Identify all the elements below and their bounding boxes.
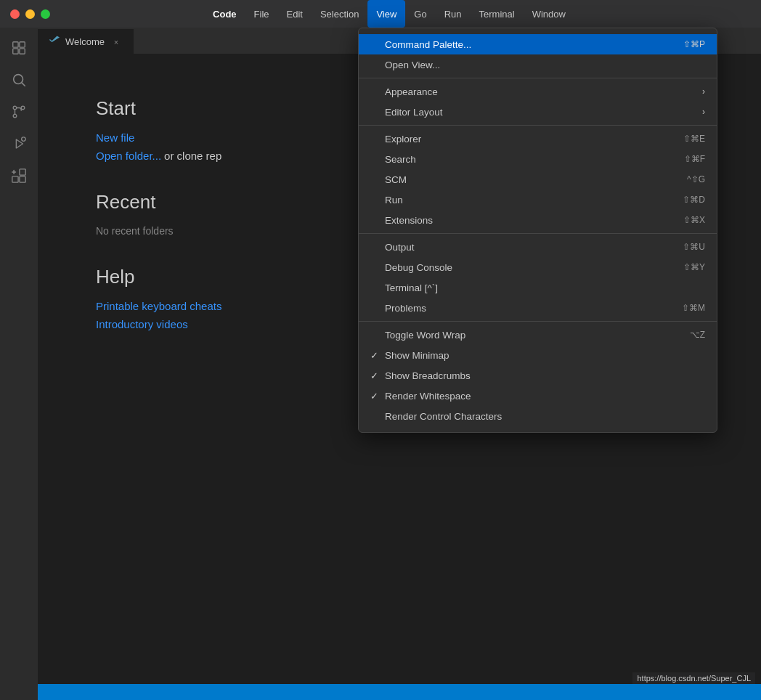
render-control-chars-label: Render Control Characters <box>385 411 693 422</box>
titlebar: Code File Edit Selection View Go Run Ter… <box>0 0 761 28</box>
show-breadcrumbs-item[interactable]: ✓ Show Breadcrumbs <box>359 365 717 386</box>
render-whitespace-check-icon: ✓ <box>370 391 385 402</box>
scm-label: SCM <box>385 174 675 185</box>
debug-console-item[interactable]: Debug Console ⇧⌘Y <box>359 257 717 277</box>
command-palette-label: Command Palette... <box>385 39 672 50</box>
render-whitespace-item[interactable]: ✓ Render Whitespace <box>359 386 717 406</box>
render-control-chars-item[interactable]: Render Control Characters <box>359 406 717 426</box>
problems-label: Problems <box>385 303 670 314</box>
problems-shortcut: ⇧⌘M <box>682 303 705 313</box>
toggle-word-wrap-label: Toggle Word Wrap <box>385 330 678 341</box>
search-activity-icon[interactable] <box>4 65 33 94</box>
svg-rect-0 <box>13 42 18 47</box>
svg-rect-3 <box>20 49 25 54</box>
view-menu-dropdown: Command Palette... ⇧⌘P Open View... Appe… <box>358 28 717 433</box>
menu-code[interactable]: Code <box>204 0 245 28</box>
output-item[interactable]: Output ⇧⌘U <box>359 237 717 257</box>
appearance-arrow-icon: › <box>702 86 705 97</box>
run-debug-activity-icon[interactable] <box>4 129 33 158</box>
search-label: Search <box>385 154 672 165</box>
debug-console-shortcut: ⇧⌘Y <box>683 262 705 272</box>
run-label: Run <box>385 195 671 205</box>
editor-layout-item[interactable]: Editor Layout › <box>359 102 717 122</box>
output-shortcut: ⇧⌘U <box>683 242 705 252</box>
maximize-button[interactable] <box>41 9 50 19</box>
editor-layout-label: Editor Layout <box>385 107 696 118</box>
show-minimap-check-icon: ✓ <box>370 350 385 361</box>
explorer-label: Explorer <box>385 134 672 145</box>
menu-terminal[interactable]: Terminal <box>471 0 524 28</box>
open-view-item[interactable]: Open View... <box>359 54 717 75</box>
toggle-word-wrap-item[interactable]: Toggle Word Wrap ⌥Z <box>359 325 717 345</box>
menu-bar: Code File Edit Selection View Go Run Ter… <box>187 0 574 28</box>
menu-apple[interactable] <box>187 0 204 28</box>
show-breadcrumbs-check-icon: ✓ <box>370 370 385 381</box>
menu-section-2: Appearance › Editor Layout › <box>359 78 717 126</box>
open-folder-suffix: or clone rep <box>164 150 221 162</box>
svg-point-9 <box>22 137 25 142</box>
render-whitespace-label: Render Whitespace <box>385 391 693 402</box>
show-minimap-item[interactable]: ✓ Show Minimap <box>359 345 717 365</box>
output-label: Output <box>385 242 671 253</box>
menu-run[interactable]: Run <box>436 0 471 28</box>
explorer-activity-icon[interactable] <box>4 33 33 62</box>
svg-rect-12 <box>20 169 25 175</box>
svg-point-7 <box>21 106 25 110</box>
menu-section-3: Explorer ⇧⌘E Search ⇧⌘F SCM ^⇧G Run ⇧⌘D … <box>359 126 717 234</box>
menu-go[interactable]: Go <box>405 0 435 28</box>
open-view-label: Open View... <box>385 60 693 70</box>
debug-console-label: Debug Console <box>385 262 672 273</box>
svg-rect-10 <box>12 176 18 182</box>
run-item[interactable]: Run ⇧⌘D <box>359 190 717 210</box>
extensions-item[interactable]: Extensions ⇧⌘X <box>359 210 717 230</box>
appearance-label: Appearance <box>385 86 696 97</box>
terminal-label: Terminal [^`] <box>385 282 693 293</box>
activity-bar <box>0 28 38 700</box>
traffic-lights <box>0 9 50 19</box>
svg-line-5 <box>22 83 25 86</box>
extensions-activity-icon[interactable] <box>4 161 33 190</box>
svg-rect-1 <box>20 42 25 47</box>
search-item[interactable]: Search ⇧⌘F <box>359 149 717 169</box>
scm-item[interactable]: SCM ^⇧G <box>359 169 717 190</box>
explorer-shortcut: ⇧⌘E <box>683 134 705 144</box>
svg-rect-11 <box>20 176 25 182</box>
menu-section-4: Output ⇧⌘U Debug Console ⇧⌘Y Terminal [^… <box>359 234 717 322</box>
appearance-item[interactable]: Appearance › <box>359 81 717 102</box>
tab-vscode-icon <box>49 36 60 48</box>
extensions-shortcut: ⇧⌘X <box>683 215 705 225</box>
terminal-item[interactable]: Terminal [^`] <box>359 277 717 298</box>
toggle-word-wrap-shortcut: ⌥Z <box>690 330 705 340</box>
open-folder-link[interactable]: Open folder... <box>96 150 161 162</box>
command-palette-shortcut: ⇧⌘P <box>683 39 705 49</box>
menu-edit[interactable]: Edit <box>278 0 312 28</box>
menu-section-5: Toggle Word Wrap ⌥Z ✓ Show Minimap ✓ Sho… <box>359 322 717 429</box>
scm-shortcut: ^⇧G <box>687 174 705 184</box>
search-shortcut: ⇧⌘F <box>684 154 705 164</box>
show-minimap-label: Show Minimap <box>385 350 693 361</box>
source-control-activity-icon[interactable] <box>4 97 33 126</box>
menu-view[interactable]: View <box>367 0 405 28</box>
tab-label: Welcome <box>65 36 105 47</box>
extensions-label: Extensions <box>385 215 672 226</box>
command-palette-item[interactable]: Command Palette... ⇧⌘P <box>359 34 717 54</box>
tab-close-button[interactable]: × <box>110 36 122 48</box>
editor-layout-arrow-icon: › <box>702 107 705 117</box>
show-breadcrumbs-label: Show Breadcrumbs <box>385 370 693 381</box>
explorer-item[interactable]: Explorer ⇧⌘E <box>359 129 717 149</box>
menu-section-1: Command Palette... ⇧⌘P Open View... <box>359 31 717 78</box>
svg-rect-2 <box>13 49 18 54</box>
run-shortcut: ⇧⌘D <box>683 195 705 205</box>
menu-selection[interactable]: Selection <box>312 0 367 28</box>
minimize-button[interactable] <box>25 9 35 19</box>
menu-file[interactable]: File <box>245 0 278 28</box>
menu-window[interactable]: Window <box>524 0 574 28</box>
welcome-tab[interactable]: Welcome × <box>38 29 134 54</box>
close-button[interactable] <box>10 9 20 19</box>
status-bar <box>38 684 761 700</box>
problems-item[interactable]: Problems ⇧⌘M <box>359 298 717 318</box>
